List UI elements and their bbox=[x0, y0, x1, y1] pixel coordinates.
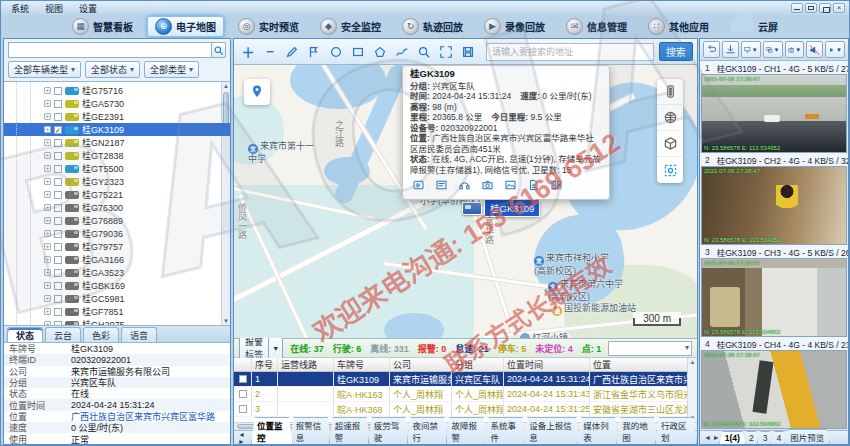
expand-icon[interactable]: + bbox=[44, 139, 51, 146]
row-checkbox[interactable] bbox=[239, 405, 247, 413]
camera-icon[interactable] bbox=[481, 179, 494, 194]
side-tab-语音[interactable]: 语音 bbox=[121, 327, 157, 342]
vehicle-checkbox[interactable] bbox=[54, 217, 62, 225]
zoom-in-tool[interactable]: ＋ bbox=[238, 42, 258, 62]
camera-frame[interactable]: 2021-07-06 17:28:47N: 23.586578 E: 113.5… bbox=[701, 74, 847, 153]
restore-button[interactable] bbox=[819, 3, 831, 13]
search-button[interactable] bbox=[210, 42, 226, 58]
nav-item-security[interactable]: ◆安全监控 bbox=[313, 16, 388, 37]
tab-位置监控[interactable]: 位置监控 bbox=[251, 417, 293, 444]
message-icon[interactable] bbox=[435, 179, 448, 194]
tab-夜间禁行[interactable]: 夜间禁行 bbox=[407, 417, 449, 444]
vehicle-checkbox[interactable] bbox=[54, 230, 62, 238]
expand-icon[interactable]: + bbox=[44, 165, 51, 172]
vehicle-checkbox[interactable] bbox=[54, 139, 62, 147]
vehicle-row[interactable]: +桂G75716 bbox=[4, 84, 230, 97]
fullscreen-tool[interactable] bbox=[436, 42, 456, 62]
menu-item-2[interactable]: 视图 bbox=[45, 2, 63, 15]
close-button[interactable]: × bbox=[833, 3, 845, 13]
download-button[interactable] bbox=[722, 41, 739, 58]
tab-媒体列表[interactable]: 媒体列表 bbox=[577, 417, 619, 444]
vehicle-row[interactable]: +桂G79036 bbox=[4, 227, 230, 240]
tab-故障报警[interactable]: 故障报警 bbox=[446, 417, 488, 444]
map-canvas[interactable]: 之江路文来宾市第十一 中学侨凤一路文来宾市兴宾区实华 小学(华侨校区)富华路文来… bbox=[234, 65, 697, 338]
traffic-light-button[interactable] bbox=[657, 79, 683, 105]
table-row[interactable]: 2皖A·HK163个人_周林翔个人_周林翔2024-04-24 15:31:43… bbox=[234, 387, 697, 402]
status-filter-select[interactable] bbox=[608, 341, 692, 356]
headset-icon[interactable] bbox=[458, 179, 471, 194]
vehicle-checkbox[interactable] bbox=[54, 243, 62, 251]
filter-dropdown-2[interactable]: 全部状态 bbox=[85, 61, 140, 78]
nav-item-video[interactable]: ▶录像回放 bbox=[477, 16, 552, 37]
row-checkbox[interactable] bbox=[239, 375, 247, 383]
tab-系统事件[interactable]: 系统事件 bbox=[484, 417, 526, 444]
table-row[interactable]: 1桂GK3109来宾市运输服务有限公司兴宾区车队2024-04-24 15:31… bbox=[234, 372, 697, 387]
table-scrollbar[interactable]: ▲ ▼ bbox=[687, 358, 697, 422]
vehicle-checkbox[interactable] bbox=[54, 165, 62, 173]
tab-设备上报信息[interactable]: 设备上报信息 bbox=[523, 417, 580, 444]
vehicle-row[interactable]: +桂G75221 bbox=[4, 188, 230, 201]
menu-item-1[interactable]: 系统 bbox=[11, 2, 29, 15]
vehicle-row[interactable]: +桂GY2323 bbox=[4, 175, 230, 188]
address-search-input[interactable] bbox=[486, 43, 654, 61]
play-button[interactable]: ▼ bbox=[825, 41, 845, 58]
expand-icon[interactable]: + bbox=[44, 178, 51, 185]
video-tab-2[interactable]: 2 bbox=[743, 431, 760, 444]
tab-报警信息[interactable]: 报警信息 bbox=[290, 417, 332, 444]
circle-tool[interactable] bbox=[326, 42, 346, 62]
filter-dropdown-1[interactable]: 全部车辆类型 bbox=[8, 61, 81, 78]
vehicle-checkbox[interactable] bbox=[54, 152, 62, 160]
expand-icon[interactable]: + bbox=[44, 243, 51, 250]
vehicle-row[interactable]: +桂GF7851 bbox=[4, 305, 230, 318]
vehicle-checkbox[interactable] bbox=[54, 87, 62, 95]
expand-icon[interactable]: + bbox=[44, 87, 51, 94]
nav-item-preview[interactable]: ◎实时预览 bbox=[231, 16, 306, 37]
vehicle-row[interactable]: +桂GE2391 bbox=[4, 110, 230, 123]
filter-dropdown-3[interactable]: 全部类型 bbox=[144, 61, 199, 78]
layers-pin-button[interactable] bbox=[244, 79, 270, 105]
vehicle-checkbox[interactable] bbox=[54, 204, 62, 212]
vehicle-row[interactable]: +桂GT5500 bbox=[4, 162, 230, 175]
expand-icon[interactable]: + bbox=[44, 191, 51, 198]
vehicle-checkbox[interactable] bbox=[54, 321, 62, 327]
measure-tool[interactable] bbox=[282, 42, 302, 62]
vehicle-marker[interactable]: 桂GK3109 bbox=[462, 199, 540, 217]
rectangle-tool[interactable] bbox=[348, 42, 368, 62]
zoom-box-tool[interactable] bbox=[414, 42, 434, 62]
expand-icon[interactable]: + bbox=[44, 126, 51, 133]
nav-item-track[interactable]: ↻轨迹回放 bbox=[395, 16, 470, 37]
nav-item-info[interactable]: ✉信息管理 bbox=[559, 16, 634, 37]
side-tab-云台[interactable]: 云台 bbox=[45, 327, 81, 342]
vehicle-row[interactable]: +桂GA5730 bbox=[4, 97, 230, 110]
row-checkbox[interactable] bbox=[239, 390, 247, 398]
vehicle-checkbox[interactable] bbox=[54, 178, 62, 186]
nav-item-cloud[interactable]: 云屏 bbox=[723, 16, 785, 37]
globe-button[interactable] bbox=[657, 105, 683, 131]
monitor-button[interactable]: ▼ bbox=[741, 41, 761, 58]
photo-icon[interactable] bbox=[504, 179, 517, 194]
scroll-up-icon[interactable]: ▲ bbox=[690, 359, 696, 365]
expand-icon[interactable]: + bbox=[44, 256, 51, 263]
tab-行政区划[interactable]: 行政区划 bbox=[655, 417, 697, 444]
save-tool[interactable] bbox=[458, 42, 478, 62]
vehicle-row[interactable]: +桂G79757 bbox=[4, 240, 230, 253]
vehicle-row[interactable]: +桂GH2075 bbox=[4, 318, 230, 326]
zoom-out-tool[interactable]: − bbox=[260, 42, 280, 62]
menu-item-3[interactable]: 设置 bbox=[79, 2, 97, 15]
vehicle-checkbox[interactable] bbox=[54, 282, 62, 290]
vehicle-row[interactable]: +桂GN2187 bbox=[4, 136, 230, 149]
layout-button[interactable]: ▼ bbox=[763, 41, 783, 58]
side-tab-色彩[interactable]: 色彩 bbox=[83, 327, 119, 342]
expand-icon[interactable]: + bbox=[44, 282, 51, 289]
tab-scroll-arrows[interactable]: ◄ ► bbox=[702, 431, 722, 444]
video-tab-1(4)[interactable]: 1(4) bbox=[719, 431, 746, 444]
minimize-button[interactable] bbox=[791, 3, 803, 13]
box-3d-button[interactable] bbox=[657, 131, 683, 157]
mute-button[interactable] bbox=[806, 41, 823, 58]
tab-超速报警[interactable]: 超速报警 bbox=[329, 417, 371, 444]
vehicle-checkbox[interactable] bbox=[54, 295, 62, 303]
expand-icon[interactable]: + bbox=[44, 217, 51, 224]
video-tab-图片预览[interactable]: 图片预览 bbox=[784, 429, 830, 444]
nav-item-dashboard[interactable]: ▦智慧看板 bbox=[65, 16, 140, 37]
vehicle-checkbox[interactable] bbox=[54, 191, 62, 199]
